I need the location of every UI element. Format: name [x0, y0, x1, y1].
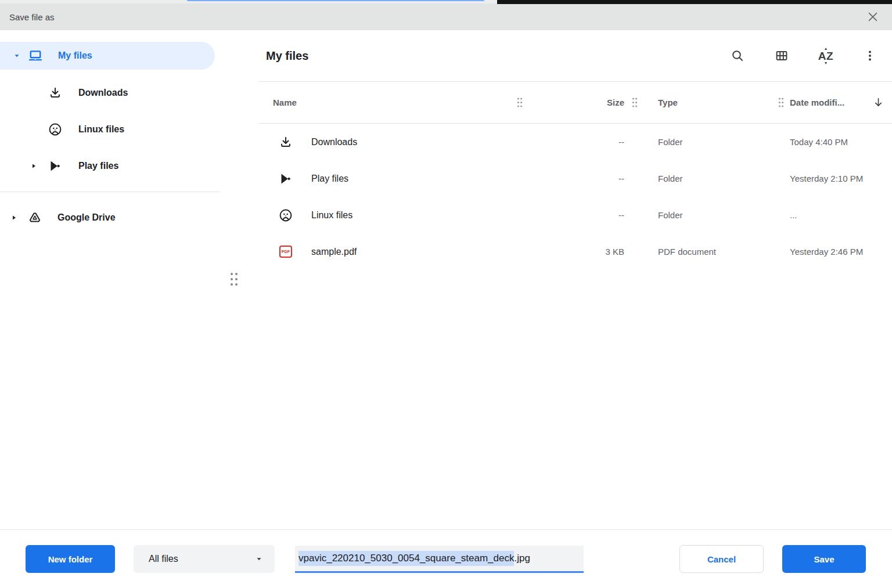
file-date-modified: ...: [790, 210, 892, 220]
sidebar-item-downloads[interactable]: Downloads: [0, 74, 258, 111]
search-icon: [731, 49, 744, 63]
expand-caret-down-icon[interactable]: [8, 52, 26, 60]
sidebar-item-google-drive[interactable]: Google Drive: [0, 199, 258, 236]
table-row[interactable]: Play files -- Folder Yesterday 2:10 PM: [258, 160, 892, 197]
sidebar-item-linux-files[interactable]: Linux files: [0, 111, 258, 147]
penguin-icon: [48, 122, 62, 136]
file-name: sample.pdf: [311, 247, 357, 257]
file-date-modified: Yesterday 2:46 PM: [790, 247, 892, 257]
laptop-icon: [28, 48, 43, 63]
close-icon: [866, 10, 879, 23]
file-type-selected-value: All files: [149, 554, 178, 564]
sidebar-item-label: Downloads: [78, 88, 128, 98]
sidebar-item-label: Google Drive: [57, 212, 116, 223]
file-list-pane: My files: [258, 30, 892, 529]
grid-view-icon: [775, 49, 789, 63]
drag-dots-icon: [631, 97, 638, 108]
file-size: 3 KB: [528, 247, 624, 257]
sidebar: My files Downloads: [0, 30, 258, 529]
sort-button[interactable]: ▴AZ▾: [812, 42, 840, 70]
column-resize-handle[interactable]: [511, 97, 528, 108]
table-row[interactable]: Downloads -- Folder Today 4:40 PM: [258, 124, 892, 160]
new-folder-button[interactable]: New folder: [26, 545, 115, 573]
background-dark-region: [497, 0, 892, 4]
table-header: Name Size Type Date modifi...: [258, 82, 892, 123]
cancel-button[interactable]: Cancel: [679, 545, 764, 573]
background-tab-highlight: [187, 0, 484, 2]
column-header-date-label: Date modifi...: [790, 98, 844, 107]
download-icon: [279, 135, 293, 149]
file-type-select[interactable]: All files: [134, 545, 275, 573]
filename-input[interactable]: vpavic_220210_5030_0054_square_steam_dec…: [295, 546, 584, 573]
file-name: Linux files: [311, 210, 353, 221]
google-drive-icon: [28, 210, 42, 225]
select-caret-down-icon: [255, 555, 263, 563]
file-name: Downloads: [311, 137, 357, 147]
sidebar-divider: [0, 192, 220, 192]
sidebar-item-my-files[interactable]: My files: [0, 42, 215, 70]
table-row[interactable]: Linux files -- Folder ...: [258, 197, 892, 233]
pane-splitter-handle[interactable]: [229, 272, 239, 287]
column-header-size[interactable]: Size: [528, 98, 624, 107]
sidebar-item-label: Linux files: [78, 124, 124, 135]
google-play-icon: [48, 159, 62, 173]
search-button[interactable]: [724, 42, 751, 70]
pdf-badge-text: PDF: [279, 246, 292, 258]
file-size: --: [528, 137, 624, 147]
sort-a-z-icon: ▴AZ▾: [818, 47, 833, 65]
download-icon: [48, 86, 62, 100]
penguin-icon: [279, 208, 293, 222]
file-type: Folder: [645, 137, 772, 147]
expand-caret-right-icon[interactable]: [10, 214, 19, 221]
close-button[interactable]: [863, 7, 883, 27]
file-type: Folder: [645, 210, 772, 220]
file-date-modified: Yesterday 2:10 PM: [790, 174, 892, 183]
expand-caret-right-icon[interactable]: [30, 163, 38, 169]
file-size: --: [528, 174, 624, 183]
file-date-modified: Today 4:40 PM: [790, 137, 892, 147]
current-folder-header: My files: [258, 30, 892, 81]
file-size: --: [528, 210, 624, 220]
sort-direction-arrow-icon[interactable]: [872, 96, 884, 109]
filename-selected-text: vpavic_220210_5030_0054_square_steam_dec…: [298, 551, 514, 566]
background-window-edge: [0, 0, 892, 3]
sidebar-item-play-files[interactable]: Play files: [0, 147, 258, 184]
column-header-name[interactable]: Name: [273, 98, 511, 107]
more-options-button[interactable]: [856, 42, 884, 70]
drag-dots-icon: [229, 272, 239, 287]
save-file-dialog: Save file as My files: [0, 0, 892, 588]
sidebar-children: Downloads Linux files: [0, 74, 258, 184]
file-name: Play files: [311, 174, 348, 184]
toolbar: ▴AZ▾: [724, 42, 884, 70]
column-header-type[interactable]: Type: [645, 98, 772, 107]
file-type: PDF document: [645, 247, 772, 257]
filename-extension-text: .jpg: [514, 553, 530, 564]
google-play-icon: [279, 172, 293, 186]
dialog-title: Save file as: [9, 12, 55, 22]
table-row[interactable]: PDF sample.pdf 3 KB PDF document Yesterd…: [258, 233, 892, 270]
column-resize-handle[interactable]: [772, 97, 790, 108]
drag-dots-icon: [516, 97, 523, 108]
grid-view-button[interactable]: [768, 42, 796, 70]
pdf-file-icon: PDF: [279, 246, 293, 258]
file-type: Folder: [645, 174, 772, 183]
dialog-titlebar: Save file as: [0, 3, 892, 30]
column-resize-handle[interactable]: [624, 97, 645, 108]
dialog-footer: New folder All files vpavic_220210_5030_…: [0, 529, 892, 588]
sidebar-item-label: My files: [58, 50, 92, 61]
sidebar-item-label: Play files: [78, 161, 118, 171]
save-button[interactable]: Save: [782, 545, 866, 573]
more-options-icon: [863, 49, 877, 63]
current-folder-title: My files: [266, 49, 308, 63]
column-header-date-modified[interactable]: Date modifi...: [790, 96, 892, 109]
drag-dots-icon: [778, 97, 785, 108]
